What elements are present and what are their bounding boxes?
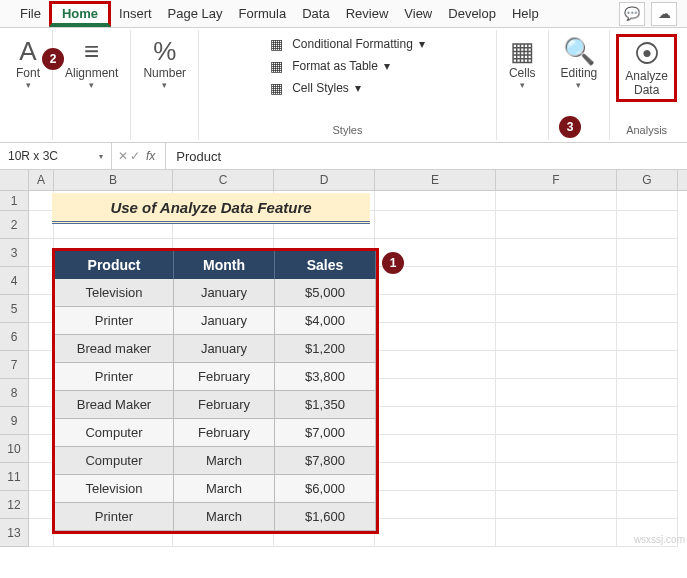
table-row[interactable]: TelevisionJanuary$5,000 bbox=[55, 279, 376, 307]
cell[interactable] bbox=[29, 379, 54, 407]
cell[interactable] bbox=[496, 239, 617, 267]
col-header-d[interactable]: D bbox=[274, 170, 375, 190]
cell[interactable] bbox=[496, 435, 617, 463]
table-row[interactable]: PrinterFebruary$3,800 bbox=[55, 363, 376, 391]
cell[interactable] bbox=[496, 519, 617, 547]
cell[interactable] bbox=[375, 491, 496, 519]
row-header[interactable]: 3 bbox=[0, 239, 29, 267]
tab-view[interactable]: View bbox=[396, 2, 440, 25]
row-header[interactable]: 12 bbox=[0, 491, 29, 519]
cell[interactable] bbox=[617, 379, 678, 407]
font-dropdown[interactable]: A Font ▾ bbox=[10, 34, 46, 92]
tab-data[interactable]: Data bbox=[294, 2, 337, 25]
cell-styles-button[interactable]: ▦ Cell Styles ▾ bbox=[264, 78, 431, 98]
cell[interactable] bbox=[496, 379, 617, 407]
tab-file[interactable]: File bbox=[12, 2, 49, 25]
select-all-corner[interactable] bbox=[0, 170, 29, 190]
row-header[interactable]: 4 bbox=[0, 267, 29, 295]
cell[interactable] bbox=[29, 351, 54, 379]
table-row[interactable]: ComputerMarch$7,800 bbox=[55, 447, 376, 475]
alignment-dropdown[interactable]: ≡ Alignment ▾ bbox=[59, 34, 124, 92]
row-header[interactable]: 11 bbox=[0, 463, 29, 491]
cell[interactable] bbox=[375, 463, 496, 491]
row-header[interactable]: 6 bbox=[0, 323, 29, 351]
cell[interactable] bbox=[375, 519, 496, 547]
cell[interactable] bbox=[617, 239, 678, 267]
table-row[interactable]: Bread makerJanuary$1,200 bbox=[55, 335, 376, 363]
col-header-a[interactable]: A bbox=[29, 170, 54, 190]
formula-input[interactable]: Product bbox=[166, 149, 231, 164]
table-row[interactable]: ComputerFebruary$7,000 bbox=[55, 419, 376, 447]
cell[interactable] bbox=[496, 191, 617, 211]
cell[interactable] bbox=[29, 239, 54, 267]
title-cell[interactable]: Use of Analyze Data Feature bbox=[52, 193, 370, 224]
cell[interactable] bbox=[29, 295, 54, 323]
row-header[interactable]: 7 bbox=[0, 351, 29, 379]
row-header[interactable]: 10 bbox=[0, 435, 29, 463]
cell[interactable] bbox=[496, 323, 617, 351]
cancel-formula-icon[interactable]: ✕ bbox=[118, 149, 128, 163]
cell[interactable] bbox=[375, 211, 496, 239]
cell[interactable] bbox=[617, 191, 678, 211]
tab-formulas[interactable]: Formula bbox=[231, 2, 295, 25]
share-button[interactable]: ☁ bbox=[651, 2, 677, 26]
cell[interactable] bbox=[375, 351, 496, 379]
cell[interactable] bbox=[375, 407, 496, 435]
cell[interactable] bbox=[617, 463, 678, 491]
cell[interactable] bbox=[617, 351, 678, 379]
cell[interactable] bbox=[617, 323, 678, 351]
cell[interactable] bbox=[375, 295, 496, 323]
cell[interactable] bbox=[496, 491, 617, 519]
cell[interactable] bbox=[375, 191, 496, 211]
cell[interactable] bbox=[617, 407, 678, 435]
col-header-c[interactable]: C bbox=[173, 170, 274, 190]
cells-dropdown[interactable]: ▦ Cells ▾ bbox=[503, 34, 542, 92]
row-header[interactable]: 2 bbox=[0, 211, 29, 239]
cell[interactable] bbox=[29, 267, 54, 295]
row-header[interactable]: 5 bbox=[0, 295, 29, 323]
name-box[interactable]: 10R x 3C ▾ bbox=[0, 143, 112, 169]
cell[interactable] bbox=[29, 323, 54, 351]
col-header-b[interactable]: B bbox=[54, 170, 173, 190]
cell[interactable] bbox=[617, 267, 678, 295]
cell[interactable] bbox=[496, 407, 617, 435]
tab-developer[interactable]: Develop bbox=[440, 2, 504, 25]
cell[interactable] bbox=[617, 295, 678, 323]
cell[interactable] bbox=[617, 491, 678, 519]
col-header-g[interactable]: G bbox=[617, 170, 678, 190]
cell[interactable] bbox=[496, 267, 617, 295]
col-header-e[interactable]: E bbox=[375, 170, 496, 190]
cell[interactable] bbox=[29, 463, 54, 491]
table-row[interactable]: PrinterJanuary$4,000 bbox=[55, 307, 376, 335]
cell[interactable] bbox=[496, 351, 617, 379]
cell[interactable] bbox=[617, 435, 678, 463]
col-header-f[interactable]: F bbox=[496, 170, 617, 190]
number-dropdown[interactable]: % Number ▾ bbox=[137, 34, 192, 92]
analyze-data-button[interactable]: ⦿ Analyze Data bbox=[616, 34, 677, 102]
tab-review[interactable]: Review bbox=[338, 2, 397, 25]
editing-dropdown[interactable]: 🔍 Editing ▾ bbox=[555, 34, 604, 92]
row-header[interactable]: 8 bbox=[0, 379, 29, 407]
tab-insert[interactable]: Insert bbox=[111, 2, 160, 25]
table-row[interactable]: PrinterMarch$1,600 bbox=[55, 503, 376, 531]
conditional-formatting-button[interactable]: ▦ Conditional Formatting ▾ bbox=[264, 34, 431, 54]
cell[interactable] bbox=[496, 211, 617, 239]
table-row[interactable]: TelevisionMarch$6,000 bbox=[55, 475, 376, 503]
data-table-selection[interactable]: Product Month Sales TelevisionJanuary$5,… bbox=[52, 248, 379, 534]
comments-button[interactable]: 💬 bbox=[619, 2, 645, 26]
cell[interactable] bbox=[496, 295, 617, 323]
cell[interactable] bbox=[29, 191, 54, 211]
cell[interactable] bbox=[29, 519, 54, 547]
cell[interactable] bbox=[29, 491, 54, 519]
cell[interactable] bbox=[375, 435, 496, 463]
row-header[interactable]: 1 bbox=[0, 191, 29, 211]
tab-home[interactable]: Home bbox=[49, 1, 111, 27]
fx-icon[interactable]: fx bbox=[142, 149, 159, 163]
format-as-table-button[interactable]: ▦ Format as Table ▾ bbox=[264, 56, 431, 76]
cell[interactable] bbox=[29, 211, 54, 239]
row-header[interactable]: 9 bbox=[0, 407, 29, 435]
cell[interactable] bbox=[375, 323, 496, 351]
cell[interactable] bbox=[29, 407, 54, 435]
table-row[interactable]: Bread MakerFebruary$1,350 bbox=[55, 391, 376, 419]
cell[interactable] bbox=[496, 463, 617, 491]
